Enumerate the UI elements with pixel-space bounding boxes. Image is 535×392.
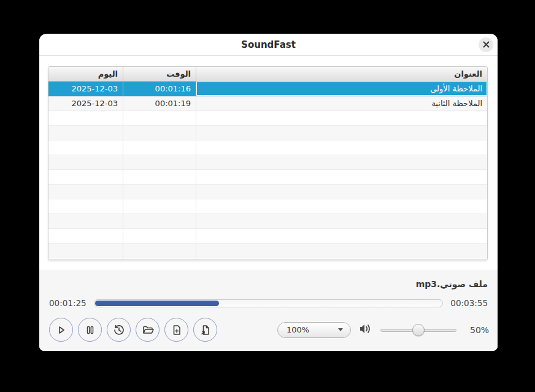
cell-date[interactable] [48, 229, 123, 243]
cell-title[interactable]: الملاحظة الأولى [196, 82, 487, 96]
table-row[interactable]: الملاحظة الأولى00:01:162025-12-03 [48, 82, 487, 96]
titlebar: SoundFast [39, 34, 498, 56]
table-row-empty[interactable] [48, 155, 487, 170]
volume-slider[interactable] [380, 324, 456, 336]
table-body: الملاحظة الأولى00:01:162025-12-03الملاحظ… [48, 82, 487, 260]
volume-icon[interactable] [357, 321, 374, 339]
cell-time[interactable] [123, 199, 196, 213]
table-row-empty[interactable] [48, 258, 487, 260]
cell-title[interactable] [196, 170, 487, 184]
current-file-name: ملف صوتي.mp3 [49, 279, 488, 289]
cell-time[interactable] [123, 111, 196, 125]
seek-bar-fill [95, 301, 219, 306]
history-button[interactable] [107, 318, 131, 342]
history-icon [113, 324, 125, 336]
cell-date[interactable] [48, 214, 123, 228]
column-header-title[interactable]: العنوان [196, 67, 487, 81]
table-row-empty[interactable] [48, 244, 487, 258]
progress-row: 00:01:25 00:03:55 [49, 298, 488, 308]
cell-date[interactable] [48, 155, 123, 169]
play-icon [56, 325, 67, 336]
cell-time[interactable] [123, 185, 196, 199]
total-time: 00:03:55 [450, 298, 488, 308]
table-row-empty[interactable] [48, 170, 487, 185]
table-row-empty[interactable] [48, 111, 487, 126]
cell-time[interactable] [123, 155, 196, 169]
cell-title[interactable] [196, 185, 487, 199]
cell-date[interactable] [48, 111, 123, 125]
pause-icon [85, 325, 96, 336]
table-row-empty[interactable] [48, 214, 487, 229]
table-header: العنوان الوقت اليوم [48, 67, 487, 82]
export-file-button[interactable] [193, 318, 217, 342]
speed-value: 100% [287, 325, 309, 334]
file-export-icon [199, 324, 212, 336]
folder-open-icon [142, 324, 154, 336]
cell-date[interactable] [48, 170, 123, 184]
table-row-empty[interactable] [48, 229, 487, 244]
table-row-empty[interactable] [48, 185, 487, 199]
cell-time[interactable]: 00:01:19 [123, 96, 196, 110]
cell-date[interactable] [48, 199, 123, 213]
cell-title[interactable] [196, 126, 487, 140]
cell-time[interactable] [123, 258, 196, 260]
close-button[interactable] [479, 37, 493, 52]
cell-date[interactable] [48, 126, 123, 140]
pause-button[interactable] [78, 318, 102, 342]
volume-slider-handle[interactable] [412, 324, 425, 336]
volume-percent-label: 50% [470, 325, 489, 335]
cell-date[interactable] [48, 244, 123, 258]
cell-date[interactable] [48, 185, 123, 199]
cell-time[interactable] [123, 140, 196, 155]
cell-title[interactable] [196, 229, 487, 243]
player-panel: ملف صوتي.mp3 00:01:25 00:03:55 [39, 271, 498, 351]
cell-time[interactable] [123, 229, 196, 243]
seek-bar[interactable] [94, 299, 444, 307]
cell-date[interactable] [48, 258, 123, 260]
cell-date[interactable]: 2025-12-03 [48, 82, 123, 96]
cell-title[interactable] [196, 244, 487, 258]
table-row-empty[interactable] [48, 126, 487, 140]
file-plus-icon [171, 324, 183, 336]
play-button[interactable] [49, 318, 73, 342]
cell-title[interactable] [196, 140, 487, 155]
table-row-empty[interactable] [48, 140, 487, 155]
column-header-date[interactable]: اليوم [48, 67, 123, 81]
app-window: SoundFast العنوان الوقت اليوم الملاحظة ا… [39, 34, 498, 351]
close-icon [483, 41, 490, 48]
chevron-down-icon [338, 328, 343, 331]
cell-title[interactable]: الملاحظة الثانية [196, 96, 487, 110]
cell-time[interactable] [123, 170, 196, 184]
recordings-table: العنوان الوقت اليوم الملاحظة الأولى00:01… [48, 66, 488, 260]
table-row[interactable]: الملاحظة الثانية00:01:192025-12-03 [48, 96, 487, 111]
open-folder-button[interactable] [136, 318, 160, 342]
speed-select[interactable]: 100% [277, 322, 351, 338]
table-row-empty[interactable] [48, 199, 487, 214]
cell-date[interactable] [48, 140, 123, 155]
add-file-button[interactable] [164, 318, 188, 342]
cell-time[interactable] [123, 126, 196, 140]
cell-title[interactable] [196, 214, 487, 228]
cell-title[interactable] [196, 111, 487, 125]
cell-title[interactable] [196, 258, 487, 260]
cell-date[interactable]: 2025-12-03 [48, 96, 123, 110]
column-header-time[interactable]: الوقت [123, 67, 196, 81]
cell-time[interactable]: 00:01:16 [123, 82, 196, 96]
controls-row: 100% 50% [49, 318, 488, 342]
cell-title[interactable] [196, 155, 487, 169]
content-area: العنوان الوقت اليوم الملاحظة الأولى00:01… [39, 56, 498, 271]
cell-time[interactable] [123, 244, 196, 258]
window-title: SoundFast [241, 39, 296, 50]
cell-title[interactable] [196, 199, 487, 213]
elapsed-time: 00:01:25 [49, 298, 87, 308]
cell-time[interactable] [123, 214, 196, 228]
